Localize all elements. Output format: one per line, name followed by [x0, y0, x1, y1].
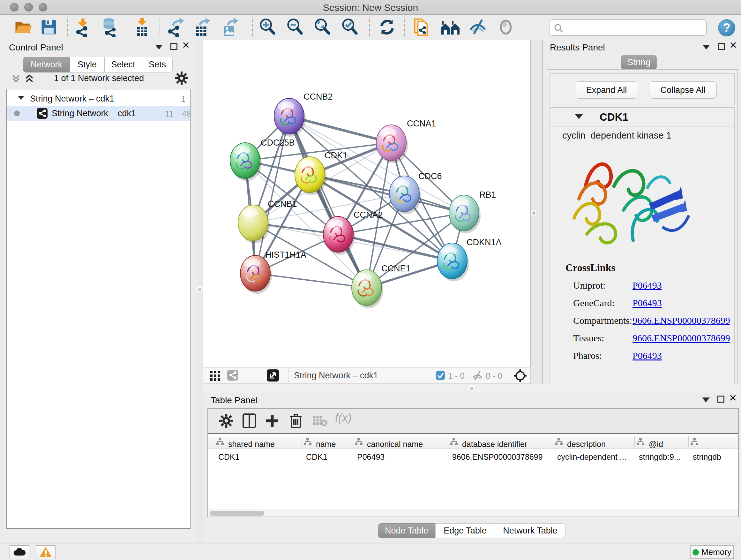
horizontal-splitter[interactable] [203, 384, 741, 393]
function-builder-button[interactable]: f(x) [335, 411, 352, 425]
column-header-canonical-name[interactable]: canonical name [353, 435, 448, 449]
delete-column-button[interactable] [286, 412, 305, 430]
horizontal-splitter-handle[interactable] [469, 385, 474, 391]
export-network-button[interactable] [165, 17, 186, 38]
network-edge[interactable] [255, 273, 367, 288]
hidden-eye-slash-icon[interactable] [472, 371, 483, 381]
control-panel-title: Control Panel [9, 43, 63, 52]
delete-table-button[interactable] [311, 412, 329, 430]
table-hscrollbar[interactable] [208, 509, 738, 516]
share-document-button[interactable] [412, 17, 433, 38]
table-panel-float-icon[interactable] [702, 397, 710, 402]
table-panel-close-icon[interactable]: ✕ [729, 395, 737, 401]
compartments-link[interactable]: 9606.ENSP00000378699 [632, 315, 730, 326]
selected-checkbox[interactable] [436, 371, 445, 380]
network-node[interactable]: CCNB2 [274, 92, 333, 137]
fit-content-crosshair-icon[interactable] [513, 369, 527, 383]
tab-string[interactable]: String [621, 55, 657, 70]
node-label: CDK1 [325, 151, 347, 160]
tab-select[interactable]: Select [105, 57, 142, 72]
network-node[interactable]: RB1 [449, 190, 496, 233]
left-splitter[interactable] [197, 40, 203, 543]
tab-network-table[interactable]: Network Table [495, 523, 565, 538]
column-header-name[interactable]: name [302, 435, 353, 449]
protein-collapse-icon[interactable] [575, 114, 583, 119]
tab-edge-table[interactable]: Edge Table [435, 523, 495, 538]
collapse-all-button[interactable]: Collapse All [649, 81, 717, 99]
open-in-window-icon[interactable] [267, 369, 279, 381]
node-label: CCNB2 [304, 92, 333, 102]
app-store-button[interactable] [10, 545, 29, 559]
results-panel-close-icon[interactable]: ✕ [729, 42, 737, 49]
zoom-out-button[interactable] [285, 17, 306, 38]
genecard-link[interactable]: P06493 [632, 298, 662, 308]
network-options-gear-icon[interactable] [175, 71, 188, 85]
network-share-icon[interactable] [227, 370, 238, 381]
column-header-shared-name[interactable]: shared name [214, 435, 302, 449]
zoom-in-button[interactable] [257, 17, 278, 38]
column-header--id[interactable]: @id [635, 435, 689, 449]
control-panel-close-icon[interactable]: ✕ [182, 42, 190, 49]
right-splitter-handle[interactable] [531, 209, 536, 216]
zoom-fit-button[interactable] [312, 17, 333, 38]
network-node[interactable]: HIST1H1A [240, 250, 307, 294]
help-button[interactable]: ? [718, 19, 735, 37]
import-table-button[interactable] [131, 17, 152, 38]
network-node[interactable]: CDKN1A [437, 238, 502, 281]
expand-all-button[interactable]: Expand All [576, 81, 637, 99]
control-panel-maximize-icon[interactable] [171, 43, 178, 50]
collection-expand-icon[interactable] [18, 96, 24, 100]
save-session-button[interactable] [38, 17, 59, 38]
table-hscrollbar-thumb[interactable] [210, 511, 264, 516]
homes-button[interactable] [440, 17, 461, 38]
results-panel-maximize-icon[interactable] [718, 43, 725, 50]
grid-view-icon[interactable] [210, 371, 221, 381]
network-collection-row[interactable]: String Network – cdk1 1 [7, 91, 190, 106]
tab-network[interactable]: Network [23, 57, 70, 72]
column-type-icon [216, 438, 224, 446]
memory-button[interactable]: Memory [690, 545, 734, 559]
plus-icon [265, 414, 280, 428]
left-splitter-handle[interactable] [197, 286, 202, 293]
network-node[interactable]: CDC6 [389, 172, 442, 214]
zoom-selected-button[interactable] [340, 17, 360, 38]
title-bar: Session: New Session [0, 0, 741, 15]
results-panel-float-icon[interactable] [702, 45, 710, 50]
tissues-link[interactable]: 9606.ENSP00000378699 [632, 333, 730, 343]
expand-all-chevron-icon[interactable] [23, 73, 35, 84]
export-table-button[interactable] [192, 17, 212, 38]
results-panel: Results Panel ✕ String Expand All Collap… [542, 40, 741, 393]
search-input[interactable] [566, 21, 703, 34]
hide-panel-button[interactable] [467, 17, 488, 38]
show-panel-button[interactable] [495, 17, 516, 38]
import-database-button[interactable] [99, 17, 121, 38]
network-row[interactable]: String Network – cdk1 11 48 [7, 106, 190, 121]
pharos-link[interactable]: P06493 [632, 350, 662, 361]
column-header-namespac[interactable]: namespac [689, 435, 738, 449]
refresh-button[interactable] [377, 17, 398, 38]
network-node[interactable]: CCNB1 [238, 199, 297, 243]
uniprot-link[interactable]: P06493 [632, 280, 662, 291]
open-session-button[interactable] [12, 17, 33, 38]
tab-sets[interactable]: Sets [142, 57, 173, 72]
tab-node-table[interactable]: Node Table [378, 523, 435, 538]
export-image-button[interactable] [219, 17, 241, 38]
column-header-database-identifier[interactable]: database identifier [448, 435, 553, 449]
network-canvas[interactable]: CCNB2CCNA1CDC25BCDK1CDC6RB1CCNB1CCNA2CDK… [203, 40, 531, 367]
network-edge[interactable] [338, 234, 452, 261]
column-header-description[interactable]: description [553, 435, 635, 449]
protein-card-header[interactable]: CDK1 [550, 108, 734, 126]
control-panel-float-icon[interactable] [155, 45, 163, 50]
collapse-all-chevron-icon[interactable] [10, 73, 22, 84]
show-columns-button[interactable] [240, 412, 259, 430]
warnings-button[interactable] [36, 545, 56, 559]
tab-style[interactable]: Style [70, 57, 105, 72]
network-node[interactable]: CCNE1 [352, 264, 411, 308]
table-panel-maximize-icon[interactable] [718, 395, 724, 402]
table-row[interactable]: CDK1CDK1P064939606.ENSP00000378699cyclin… [208, 450, 738, 464]
node-label: CDKN1A [467, 238, 502, 247]
table-settings-button[interactable] [217, 412, 235, 430]
import-network-button[interactable] [72, 17, 93, 38]
add-column-button[interactable] [263, 412, 281, 430]
export-network-icon [166, 17, 186, 37]
